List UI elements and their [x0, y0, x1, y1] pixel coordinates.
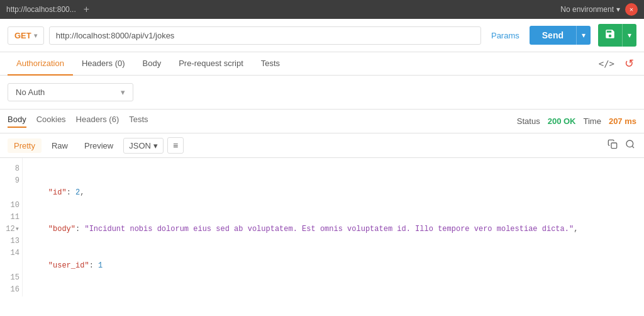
- raw-button[interactable]: Raw: [45, 138, 74, 153]
- response-time: 207 ms: [609, 116, 636, 126]
- environment-selector[interactable]: No environment ▾: [560, 5, 620, 14]
- svg-line-2: [632, 146, 634, 148]
- preview-button[interactable]: Preview: [78, 138, 119, 153]
- tab-url: http://localhost:800...: [6, 5, 76, 14]
- url-input[interactable]: [49, 26, 481, 45]
- tab-tests[interactable]: Tests: [252, 52, 289, 76]
- svg-rect-0: [611, 143, 617, 149]
- svg-point-1: [626, 140, 633, 147]
- save-icon: [604, 28, 616, 40]
- response-status: Status 200 OK Time 207 ms: [517, 116, 636, 126]
- save-group: ▾: [598, 24, 636, 47]
- save-button[interactable]: [598, 24, 622, 47]
- save-dropdown-button[interactable]: ▾: [622, 24, 636, 47]
- send-button[interactable]: Send: [530, 26, 576, 45]
- method-chevron-icon: ▾: [34, 32, 37, 39]
- auth-type-selector[interactable]: No Auth ▾: [8, 83, 133, 101]
- auth-chevron-icon: ▾: [121, 87, 125, 97]
- copy-icon: [608, 139, 618, 149]
- send-dropdown-button[interactable]: ▾: [576, 26, 591, 45]
- response-body: 8 9 10 11 12▾ 13 14 15 16 17▾ 18 19 "id"…: [0, 158, 644, 296]
- tab-body[interactable]: Body: [134, 52, 170, 76]
- top-bar: http://localhost:800... + No environment…: [0, 0, 644, 19]
- filter-button[interactable]: ≡: [167, 137, 184, 154]
- send-group: Send ▾: [530, 26, 591, 45]
- response-section: Body Cookies Headers (6) Tests Status 20…: [0, 110, 644, 296]
- search-icon: [625, 139, 635, 149]
- tab-headers[interactable]: Headers (0): [73, 52, 134, 76]
- copy-button[interactable]: [606, 138, 619, 153]
- status-code: 200 OK: [548, 116, 576, 126]
- code-view-button[interactable]: </>: [596, 55, 617, 72]
- line-numbers: 8 9 10 11 12▾ 13 14 15 16 17▾ 18 19: [0, 158, 23, 296]
- code-content: "id": 2, "body": "Incidunt nobis dolorum…: [23, 158, 644, 296]
- app-close-button[interactable]: ×: [625, 3, 638, 16]
- format-selector[interactable]: JSON ▾: [123, 138, 164, 154]
- tab-authorization[interactable]: Authorization: [8, 52, 73, 76]
- pretty-button[interactable]: Pretty: [8, 138, 42, 153]
- url-bar: GET ▾ Params Send ▾ ▾: [0, 19, 644, 52]
- resp-tab-tests[interactable]: Tests: [129, 115, 148, 128]
- search-button[interactable]: [624, 138, 636, 153]
- response-body-toolbar: Pretty Raw Preview JSON ▾ ≡: [0, 133, 644, 158]
- new-tab-button[interactable]: +: [84, 4, 89, 15]
- response-tabs-bar: Body Cookies Headers (6) Tests Status 20…: [0, 110, 644, 133]
- request-tabs: Authorization Headers (0) Body Pre-reque…: [0, 52, 644, 76]
- params-button[interactable]: Params: [486, 31, 525, 40]
- resp-tab-body[interactable]: Body: [8, 115, 26, 128]
- method-selector[interactable]: GET ▾: [8, 26, 44, 45]
- json-chevron-icon: ▾: [153, 141, 158, 150]
- resp-tab-cookies[interactable]: Cookies: [36, 115, 66, 128]
- tab-prerequest[interactable]: Pre-request script: [170, 52, 252, 76]
- auth-section: No Auth ▾: [0, 76, 644, 110]
- refresh-button[interactable]: ↺: [622, 54, 636, 73]
- resp-tab-headers[interactable]: Headers (6): [76, 115, 119, 128]
